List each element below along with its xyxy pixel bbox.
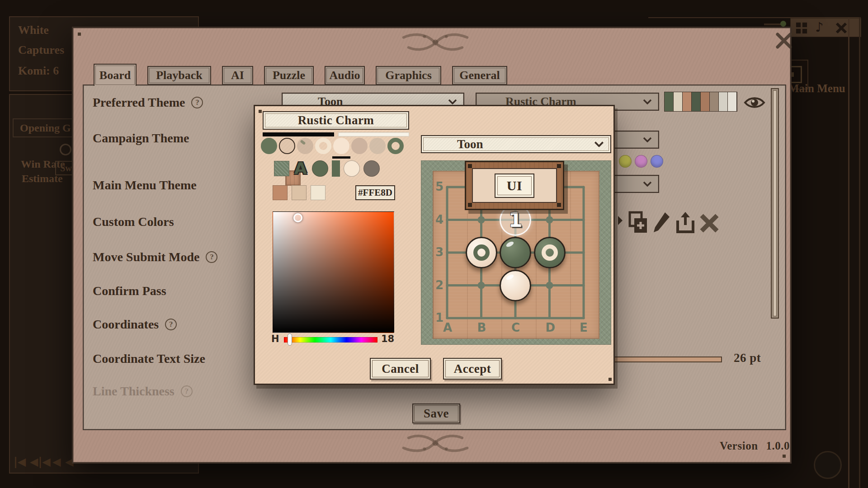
help-icon[interactable]: ? — [191, 97, 203, 108]
tab-board[interactable]: Board — [94, 64, 137, 86]
campaign-color-dot[interactable] — [651, 155, 663, 168]
stone-swatch-row — [261, 138, 404, 154]
setting-label-coordinate-text-size: Coordinate Text Size — [93, 351, 205, 367]
stone-style-swatch[interactable] — [315, 138, 331, 154]
element-style-swatch[interactable] — [363, 160, 380, 177]
color-swatch[interactable] — [273, 185, 288, 200]
settings-scrollbar[interactable] — [771, 88, 779, 319]
preview-stone-C2 — [500, 270, 531, 301]
col-coordinate: E — [580, 321, 588, 334]
version-label: Version — [720, 440, 758, 452]
element-style-swatch[interactable] — [312, 160, 328, 177]
cancel-button[interactable]: Cancel — [370, 358, 431, 380]
sv-cursor[interactable] — [293, 213, 302, 222]
preview-theme-value: Toon — [457, 137, 483, 151]
chevron-down-icon — [643, 137, 652, 142]
element-style-swatch[interactable] — [344, 160, 360, 177]
tab-ai[interactable]: AI — [222, 66, 253, 85]
setting-label-coordinates: Coordinates? — [93, 316, 177, 333]
col-coordinate: A — [443, 321, 452, 334]
ornament-bottom — [389, 433, 481, 455]
ui-preview-label: UI — [495, 174, 534, 198]
palette-swatch — [665, 92, 674, 111]
ui-preview-panel: UI — [465, 161, 564, 210]
hue-value: 18 — [381, 333, 394, 344]
row-coordinate: 5 — [434, 180, 443, 193]
palette-swatch — [728, 92, 737, 111]
stone-style-swatch[interactable] — [279, 138, 295, 154]
help-icon[interactable]: ? — [206, 251, 217, 263]
stone-style-swatch[interactable] — [261, 138, 277, 154]
element-style-swatch[interactable] — [332, 160, 340, 177]
hex-input[interactable]: #FFE8D — [355, 185, 395, 200]
setting-label-preferred-theme: Preferred Theme? — [93, 94, 203, 111]
row-coordinate: 2 — [434, 278, 443, 292]
col-coordinate: B — [477, 321, 486, 334]
preview-stone-C3 — [500, 237, 531, 268]
chevron-down-icon — [594, 141, 604, 147]
tab-bar: BoardPlaybackAIPuzzleAudioGraphicsGenera… — [83, 64, 786, 85]
hidden-arrow-stub — [618, 216, 623, 225]
chevron-down-icon — [448, 99, 457, 104]
delete-x-icon[interactable] — [699, 211, 719, 235]
preview-theme-select[interactable]: Toon — [421, 135, 611, 153]
element-style-swatch[interactable] — [274, 161, 289, 176]
stone-style-swatch[interactable] — [351, 138, 368, 154]
campaign-color-dot[interactable] — [619, 155, 632, 168]
help-icon[interactable]: ? — [165, 319, 177, 330]
line-color-swatch[interactable] — [263, 132, 334, 136]
row-coordinate: 3 — [434, 245, 443, 259]
palette-swatch — [710, 92, 719, 111]
highlight-color-swatch[interactable] — [338, 132, 409, 136]
stone-style-swatch[interactable] — [297, 138, 313, 154]
help-icon[interactable]: ? — [181, 385, 193, 397]
theme-name-input[interactable]: Rustic Charm — [263, 111, 409, 130]
stone-style-swatch[interactable] — [369, 138, 386, 154]
edit-pencil-icon[interactable] — [652, 210, 670, 235]
hue-handle[interactable] — [288, 333, 292, 346]
row-coordinate: 1 — [434, 311, 443, 324]
element-swatch-row: A — [274, 160, 380, 177]
duplicate-icon[interactable] — [627, 210, 648, 235]
campaign-color-dot[interactable] — [635, 155, 647, 168]
campaign-dots — [619, 155, 666, 168]
preview-stone-D3 — [534, 237, 566, 268]
element-style-swatch[interactable]: A — [293, 160, 308, 177]
export-icon[interactable] — [675, 210, 696, 235]
color-swatch[interactable] — [311, 185, 326, 200]
coordinate-size-value: 26 pt — [734, 351, 761, 365]
hue-slider[interactable] — [284, 337, 377, 343]
setting-label-main-menu-theme: Main Menu Theme — [93, 177, 197, 193]
col-coordinate: C — [511, 321, 520, 334]
row-coordinate: 4 — [434, 213, 443, 226]
tab-puzzle[interactable]: Puzzle — [264, 66, 314, 85]
color-swatch-row — [273, 185, 326, 200]
save-button[interactable]: Save — [412, 404, 460, 423]
ui-preview-inner: UI — [472, 168, 557, 203]
chevron-down-icon — [643, 181, 652, 187]
palette-swatch — [674, 92, 683, 111]
stone-style-swatch[interactable] — [333, 138, 349, 154]
close-icon[interactable] — [775, 33, 793, 49]
palette-swatch — [683, 92, 692, 111]
stone-style-swatch[interactable] — [387, 138, 404, 154]
tab-graphics[interactable]: Graphics — [376, 66, 441, 85]
preview-stone-B3 — [466, 237, 497, 268]
saturation-value-picker[interactable] — [273, 211, 394, 333]
tab-audio[interactable]: Audio — [325, 66, 365, 85]
eye-icon[interactable] — [744, 94, 765, 111]
palette-swatch — [719, 92, 728, 111]
scrollbar-thumb[interactable] — [773, 90, 777, 316]
hex-value: #FFE8D — [358, 187, 392, 198]
accept-button[interactable]: Accept — [443, 358, 502, 380]
tab-playback[interactable]: Playback — [147, 66, 211, 85]
setting-label-custom-colors: Custom Colors — [93, 214, 174, 230]
palette-swatch — [701, 92, 710, 111]
palette-strip — [664, 92, 737, 112]
color-swatch[interactable] — [292, 185, 307, 200]
tab-general[interactable]: General — [452, 66, 507, 85]
theme-editor-dialog: Rustic Charm A #FFE8D H 18 Toon 54321ABC… — [254, 105, 615, 385]
setting-label-move-submit-mode: Move Submit Mode? — [93, 249, 217, 265]
hue-label: H — [271, 333, 279, 344]
screen: White Captures Komi: 6 Opening G Sw Win … — [0, 0, 868, 488]
